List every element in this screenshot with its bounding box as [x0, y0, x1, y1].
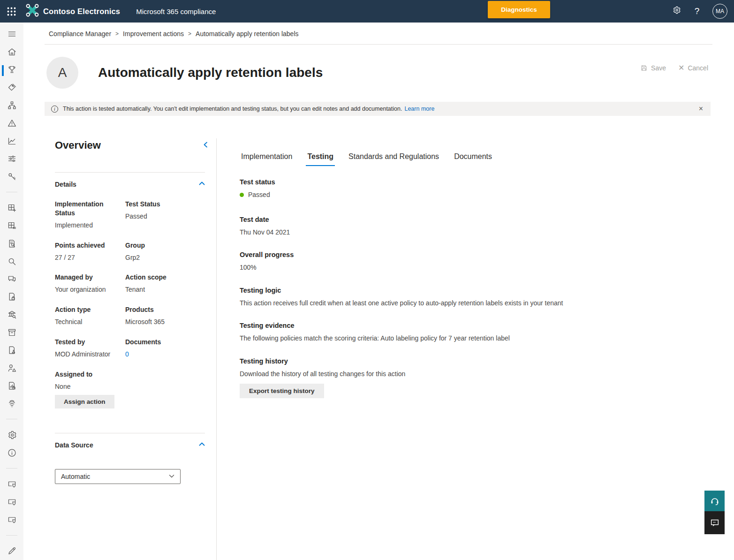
tab-strip: Implementation Testing Standards and Reg…: [240, 152, 734, 166]
documents-count-link[interactable]: 0: [125, 350, 190, 359]
feedback-button[interactable]: [704, 511, 725, 534]
trophy-icon[interactable]: [0, 61, 23, 79]
details-grid: Implementation Status Implemented Test S…: [55, 200, 205, 420]
chat-icon[interactable]: [0, 270, 23, 288]
save-button[interactable]: Save: [640, 63, 666, 72]
app-title: Microsoft 365 compliance: [136, 8, 216, 15]
test-date-section: Test date Thu Nov 04 2021: [240, 216, 734, 237]
data-source-title: Data Source: [55, 441, 93, 449]
data-source-section-header[interactable]: Data Source: [55, 441, 205, 449]
rail-divider: [6, 192, 17, 192]
bank-search-icon[interactable]: [0, 306, 23, 324]
page-title: Automatically apply retention labels: [98, 65, 323, 80]
testing-history-description: Download the history of all testing chan…: [240, 370, 734, 379]
test-status-section: Test status Passed: [240, 178, 734, 200]
tab-testing[interactable]: Testing: [306, 152, 335, 166]
overall-progress-value: 100%: [240, 263, 734, 272]
overview-title: Overview: [55, 138, 205, 151]
field-points-achieved: Points achieved 27 / 27: [55, 241, 125, 262]
status-passed-dot: [240, 193, 244, 197]
warning-icon[interactable]: [0, 114, 23, 132]
headset-icon: [710, 496, 720, 506]
overall-progress-section: Overall progress 100%: [240, 251, 734, 272]
chevron-up-icon: [199, 180, 205, 189]
testing-evidence-section: Testing evidence The following policies …: [240, 322, 734, 343]
data-source-selected: Automatic: [61, 473, 90, 480]
rail-divider: [6, 419, 17, 419]
cancel-button[interactable]: ✕ Cancel: [678, 63, 708, 72]
tab-content-area: Implementation Testing Standards and Reg…: [217, 138, 734, 560]
field-implementation-status: Implementation Status Implemented: [55, 200, 125, 230]
field-assigned-to: Assigned to None Assign action: [55, 370, 125, 409]
details-section-header[interactable]: Details: [55, 180, 205, 189]
tag-icon[interactable]: [0, 79, 23, 97]
org-brand[interactable]: Contoso Electronics: [25, 3, 120, 19]
app-launcher-icon[interactable]: [0, 0, 23, 23]
floating-buttons: [704, 491, 725, 534]
field-test-status: Test Status Passed: [125, 200, 195, 230]
file-chart-lock-icon[interactable]: [0, 377, 23, 395]
shield-window-icon[interactable]: [0, 493, 23, 511]
breadcrumb-separator: >: [115, 30, 119, 37]
breadcrumb-compliance-manager[interactable]: Compliance Manager: [49, 30, 111, 38]
chevron-down-icon: [169, 473, 174, 480]
diagnostics-button[interactable]: Diagnostics: [488, 1, 550, 18]
document-search-icon[interactable]: [0, 235, 23, 252]
help-icon[interactable]: ?: [692, 6, 702, 16]
field-managed-by: Managed by Your organization: [55, 273, 125, 294]
org-logo-icon: [25, 3, 39, 19]
pencil-icon[interactable]: [0, 542, 23, 560]
test-date-value: Thu Nov 04 2021: [240, 228, 734, 237]
breadcrumb-improvement-actions[interactable]: Improvement actions: [123, 30, 184, 38]
banner-close-icon[interactable]: ×: [698, 105, 704, 113]
cancel-icon: ✕: [678, 63, 684, 72]
person-warning-icon[interactable]: [0, 359, 23, 377]
home-icon[interactable]: [0, 43, 23, 61]
test-status-value: Passed: [248, 190, 270, 200]
rail-divider: [6, 468, 17, 469]
file-lock-icon[interactable]: [0, 288, 23, 306]
field-products: Products Microsoft 365: [125, 305, 195, 326]
field-action-scope: Action scope Tenant: [125, 273, 195, 294]
grid-list-icon[interactable]: [0, 217, 23, 235]
help-support-button[interactable]: [704, 491, 725, 511]
shield-window-icon[interactable]: [0, 475, 23, 493]
sitemap-icon[interactable]: [0, 97, 23, 114]
sliders-icon[interactable]: [0, 150, 23, 167]
chevron-up-icon: [199, 441, 205, 449]
testing-evidence-value: The following policies match the scoring…: [240, 334, 734, 343]
breadcrumb-current-page: Automatically apply retention labels: [196, 30, 298, 38]
info-icon[interactable]: [0, 444, 23, 462]
shield-window-icon[interactable]: [0, 511, 23, 529]
gear-icon[interactable]: [0, 426, 23, 444]
assign-action-button[interactable]: Assign action: [55, 395, 114, 409]
section-divider: [55, 433, 205, 433]
overview-panel: Overview Details Implementation Status I…: [23, 138, 217, 560]
learn-more-link[interactable]: Learn more: [404, 106, 434, 112]
file-stamp-icon[interactable]: [0, 341, 23, 359]
collapse-panel-icon[interactable]: [203, 141, 209, 150]
fingerprint-icon[interactable]: [0, 394, 23, 412]
tab-implementation[interactable]: Implementation: [240, 152, 294, 166]
tab-standards-and-regulations[interactable]: Standards and Regulations: [347, 152, 440, 166]
menu-icon[interactable]: [0, 25, 23, 43]
testing-logic-value: This action receives full credit when at…: [240, 299, 734, 308]
archive-icon[interactable]: [0, 324, 23, 341]
key-icon[interactable]: [0, 167, 23, 185]
export-testing-history-button[interactable]: Export testing history: [240, 384, 324, 398]
grid-plus-icon[interactable]: [0, 199, 23, 217]
trend-icon[interactable]: [0, 132, 23, 150]
rail-divider: [6, 535, 17, 536]
data-source-dropdown[interactable]: Automatic: [55, 469, 181, 484]
search-icon[interactable]: [0, 252, 23, 270]
info-banner: i This action is tested automatically. Y…: [45, 102, 711, 116]
save-icon: [640, 64, 648, 72]
account-avatar[interactable]: MA: [712, 4, 727, 19]
org-name: Contoso Electronics: [43, 7, 120, 16]
section-divider: [55, 172, 205, 173]
field-action-type: Action type Technical: [55, 305, 125, 326]
settings-gear-icon[interactable]: [671, 6, 681, 17]
field-group: Group Grp2: [125, 241, 195, 262]
tab-documents[interactable]: Documents: [453, 152, 493, 166]
left-nav-rail: [0, 23, 23, 560]
